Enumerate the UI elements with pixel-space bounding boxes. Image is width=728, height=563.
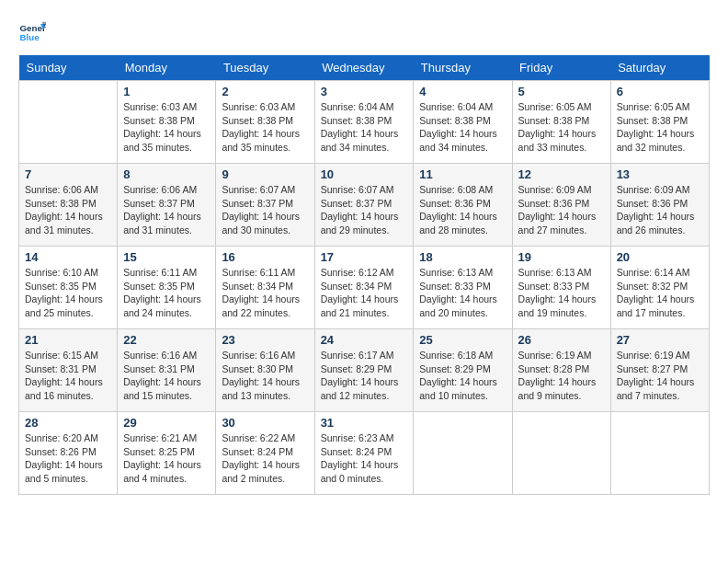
day-info: Sunrise: 6:04 AM Sunset: 8:38 PM Dayligh… [321, 100, 408, 155]
day-number: 13 [617, 167, 703, 181]
day-number: 29 [123, 416, 210, 430]
day-info: Sunrise: 6:19 AM Sunset: 8:28 PM Dayligh… [518, 349, 605, 403]
day-info: Sunrise: 6:21 AM Sunset: 8:25 PM Dayligh… [123, 431, 210, 486]
day-info: Sunrise: 6:15 AM Sunset: 8:31 PM Dayligh… [25, 349, 111, 403]
day-number: 28 [25, 416, 111, 430]
calendar-cell: 27Sunrise: 6:19 AM Sunset: 8:27 PM Dayli… [610, 329, 709, 412]
calendar-cell: 5Sunrise: 6:05 AM Sunset: 8:38 PM Daylig… [512, 81, 610, 164]
day-number: 5 [518, 85, 605, 98]
day-info: Sunrise: 6:03 AM Sunset: 8:38 PM Dayligh… [123, 100, 210, 155]
calendar-cell [610, 412, 709, 495]
day-info: Sunrise: 6:06 AM Sunset: 8:37 PM Dayligh… [123, 183, 210, 237]
calendar-cell: 9Sunrise: 6:07 AM Sunset: 8:37 PM Daylig… [216, 164, 314, 247]
day-info: Sunrise: 6:16 AM Sunset: 8:30 PM Dayligh… [222, 349, 308, 403]
calendar-cell: 21Sunrise: 6:15 AM Sunset: 8:31 PM Dayli… [19, 329, 118, 412]
day-info: Sunrise: 6:10 AM Sunset: 8:35 PM Dayligh… [25, 266, 111, 320]
day-info: Sunrise: 6:13 AM Sunset: 8:33 PM Dayligh… [419, 266, 506, 320]
calendar-cell: 26Sunrise: 6:19 AM Sunset: 8:28 PM Dayli… [512, 329, 610, 412]
calendar-cell: 3Sunrise: 6:04 AM Sunset: 8:38 PM Daylig… [314, 81, 414, 164]
header-sunday: Sunday [19, 55, 118, 81]
day-number: 24 [321, 333, 408, 347]
calendar-cell: 15Sunrise: 6:11 AM Sunset: 8:35 PM Dayli… [118, 247, 216, 329]
day-number: 11 [419, 167, 506, 181]
calendar-cell: 10Sunrise: 6:07 AM Sunset: 8:37 PM Dayli… [314, 164, 414, 247]
calendar-cell: 7Sunrise: 6:06 AM Sunset: 8:38 PM Daylig… [19, 164, 118, 247]
day-info: Sunrise: 6:19 AM Sunset: 8:27 PM Dayligh… [617, 349, 703, 403]
day-number: 4 [419, 85, 506, 98]
calendar-cell: 22Sunrise: 6:16 AM Sunset: 8:31 PM Dayli… [118, 329, 216, 412]
day-number: 23 [222, 333, 308, 347]
day-number: 6 [617, 85, 703, 98]
calendar-cell: 12Sunrise: 6:09 AM Sunset: 8:36 PM Dayli… [512, 164, 610, 247]
calendar-cell [414, 412, 512, 495]
day-info: Sunrise: 6:17 AM Sunset: 8:29 PM Dayligh… [321, 349, 408, 403]
calendar-cell: 14Sunrise: 6:10 AM Sunset: 8:35 PM Dayli… [19, 247, 118, 329]
calendar-cell [19, 81, 118, 164]
day-number: 27 [617, 333, 703, 347]
day-number: 8 [123, 167, 210, 181]
day-info: Sunrise: 6:23 AM Sunset: 8:24 PM Dayligh… [321, 431, 408, 486]
day-info: Sunrise: 6:09 AM Sunset: 8:36 PM Dayligh… [518, 183, 605, 237]
calendar-header-row: SundayMondayTuesdayWednesdayThursdayFrid… [19, 55, 710, 81]
day-number: 12 [518, 167, 605, 181]
header-monday: Monday [118, 55, 216, 81]
day-number: 3 [321, 85, 408, 98]
day-number: 15 [123, 250, 210, 264]
day-info: Sunrise: 6:06 AM Sunset: 8:38 PM Dayligh… [25, 183, 111, 237]
day-info: Sunrise: 6:05 AM Sunset: 8:38 PM Dayligh… [617, 100, 703, 155]
day-info: Sunrise: 6:16 AM Sunset: 8:31 PM Dayligh… [123, 349, 210, 403]
calendar-cell: 8Sunrise: 6:06 AM Sunset: 8:37 PM Daylig… [118, 164, 216, 247]
day-number: 10 [321, 167, 408, 181]
day-number: 30 [222, 416, 308, 430]
day-info: Sunrise: 6:08 AM Sunset: 8:36 PM Dayligh… [419, 183, 506, 237]
calendar-week-row: 28Sunrise: 6:20 AM Sunset: 8:26 PM Dayli… [19, 412, 710, 495]
day-info: Sunrise: 6:13 AM Sunset: 8:33 PM Dayligh… [518, 266, 605, 320]
calendar-cell: 19Sunrise: 6:13 AM Sunset: 8:33 PM Dayli… [512, 247, 610, 329]
calendar-table: SundayMondayTuesdayWednesdayThursdayFrid… [18, 55, 710, 495]
day-info: Sunrise: 6:20 AM Sunset: 8:26 PM Dayligh… [25, 431, 111, 486]
day-number: 1 [123, 85, 210, 98]
calendar-cell: 30Sunrise: 6:22 AM Sunset: 8:24 PM Dayli… [216, 412, 314, 495]
day-number: 17 [321, 250, 408, 264]
header-thursday: Thursday [414, 55, 512, 81]
svg-text:Blue: Blue [20, 32, 40, 42]
calendar-week-row: 1Sunrise: 6:03 AM Sunset: 8:38 PM Daylig… [19, 81, 710, 164]
day-number: 25 [419, 333, 506, 347]
calendar-cell: 24Sunrise: 6:17 AM Sunset: 8:29 PM Dayli… [314, 329, 414, 412]
calendar-cell [512, 412, 610, 495]
header-saturday: Saturday [610, 55, 709, 81]
calendar-cell: 2Sunrise: 6:03 AM Sunset: 8:38 PM Daylig… [216, 81, 314, 164]
day-info: Sunrise: 6:11 AM Sunset: 8:35 PM Dayligh… [123, 266, 210, 320]
day-info: Sunrise: 6:22 AM Sunset: 8:24 PM Dayligh… [222, 431, 308, 486]
calendar-cell: 16Sunrise: 6:11 AM Sunset: 8:34 PM Dayli… [216, 247, 314, 329]
header-wednesday: Wednesday [314, 55, 414, 81]
calendar-week-row: 21Sunrise: 6:15 AM Sunset: 8:31 PM Dayli… [19, 329, 710, 412]
logo: General Blue [18, 18, 50, 46]
day-number: 2 [222, 85, 308, 98]
header-friday: Friday [512, 55, 610, 81]
calendar-cell: 11Sunrise: 6:08 AM Sunset: 8:36 PM Dayli… [414, 164, 512, 247]
day-info: Sunrise: 6:03 AM Sunset: 8:38 PM Dayligh… [222, 100, 308, 155]
day-number: 16 [222, 250, 308, 264]
calendar-cell: 23Sunrise: 6:16 AM Sunset: 8:30 PM Dayli… [216, 329, 314, 412]
calendar-week-row: 7Sunrise: 6:06 AM Sunset: 8:38 PM Daylig… [19, 164, 710, 247]
calendar-cell: 28Sunrise: 6:20 AM Sunset: 8:26 PM Dayli… [19, 412, 118, 495]
day-info: Sunrise: 6:12 AM Sunset: 8:34 PM Dayligh… [321, 266, 408, 320]
calendar-cell: 25Sunrise: 6:18 AM Sunset: 8:29 PM Dayli… [414, 329, 512, 412]
calendar-cell: 17Sunrise: 6:12 AM Sunset: 8:34 PM Dayli… [314, 247, 414, 329]
logo-icon: General Blue [18, 18, 46, 46]
day-number: 14 [25, 250, 111, 264]
day-number: 31 [321, 416, 408, 430]
calendar-cell: 20Sunrise: 6:14 AM Sunset: 8:32 PM Dayli… [610, 247, 709, 329]
calendar-cell: 1Sunrise: 6:03 AM Sunset: 8:38 PM Daylig… [118, 81, 216, 164]
day-number: 18 [419, 250, 506, 264]
day-number: 21 [25, 333, 111, 347]
day-number: 26 [518, 333, 605, 347]
calendar-cell: 6Sunrise: 6:05 AM Sunset: 8:38 PM Daylig… [610, 81, 709, 164]
calendar-week-row: 14Sunrise: 6:10 AM Sunset: 8:35 PM Dayli… [19, 247, 710, 329]
calendar-cell: 4Sunrise: 6:04 AM Sunset: 8:38 PM Daylig… [414, 81, 512, 164]
day-info: Sunrise: 6:14 AM Sunset: 8:32 PM Dayligh… [617, 266, 703, 320]
calendar-cell: 29Sunrise: 6:21 AM Sunset: 8:25 PM Dayli… [118, 412, 216, 495]
day-info: Sunrise: 6:04 AM Sunset: 8:38 PM Dayligh… [419, 100, 506, 155]
calendar-cell: 13Sunrise: 6:09 AM Sunset: 8:36 PM Dayli… [610, 164, 709, 247]
